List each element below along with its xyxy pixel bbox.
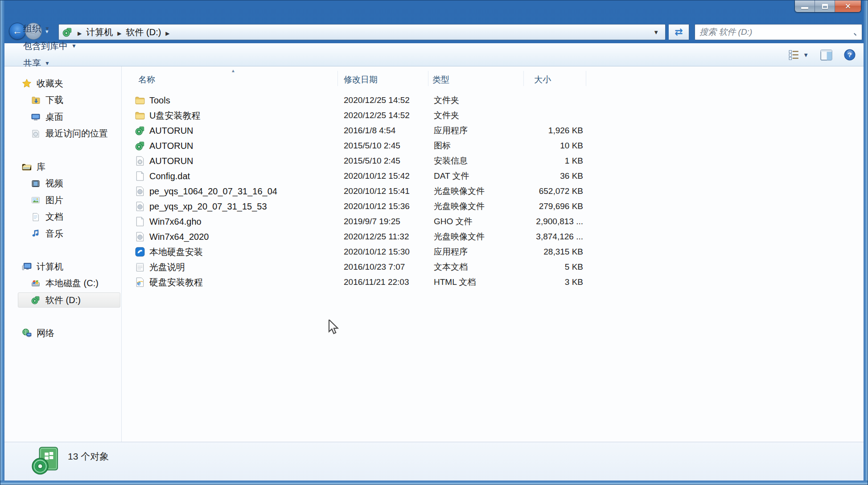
column-separator[interactable]	[428, 71, 428, 86]
sidebar-item-文档[interactable]: 文档	[30, 209, 63, 225]
file-row-本地硬盘安装[interactable]: 本地硬盘安装2020/10/12 15:30应用程序28,315 KB	[131, 244, 590, 259]
file-name: AUTORUN	[149, 126, 193, 136]
disc-green-icon	[30, 296, 41, 304]
help-icon[interactable]: ?	[844, 49, 856, 61]
sidebar-item-label: 下载	[45, 94, 63, 106]
sidebar-group-label: 计算机	[37, 261, 63, 273]
breadcrumb-item[interactable]: 软件 (D:)	[126, 27, 161, 37]
file-row-AUTORUN[interactable]: AUTORUN2015/5/10 2:45图标10 KB	[131, 138, 590, 153]
sidebar-group-计算机[interactable]: 计算机	[21, 259, 63, 275]
file-row-Tools[interactable]: Tools2020/12/25 14:52文件夹	[131, 93, 590, 108]
svg-text:?: ?	[847, 51, 852, 58]
file-name: AUTORUN	[149, 141, 193, 151]
sidebar-item-软件 (D:)[interactable]: 软件 (D:)	[30, 292, 81, 308]
file-type: 应用程序	[434, 125, 468, 136]
address-dropdown-icon[interactable]: ▼	[650, 29, 662, 36]
sidebar-item-视频[interactable]: 视频	[30, 176, 63, 192]
sidebar-item-图片[interactable]: 图片	[30, 192, 63, 208]
file-type: 文本文档	[434, 261, 468, 273]
sidebar-group-收藏夹[interactable]: 收藏夹	[21, 75, 63, 91]
sidebar-item-最近访问的位置[interactable]: 最近访问的位置	[30, 126, 108, 142]
file-type: 图标	[434, 140, 451, 152]
chevron-down-icon: ▼	[45, 25, 50, 32]
breadcrumb-separator-icon: ▶	[117, 30, 121, 37]
sidebar-item-label: 图片	[45, 194, 63, 206]
toolbar-button-组织[interactable]: 组织▼	[20, 20, 80, 37]
toolbar-button-包含到库中[interactable]: 包含到库中▼	[20, 37, 80, 55]
column-header-修改日期[interactable]: 修改日期	[344, 74, 378, 86]
file-name: pe_yqs_1064_20_07_31_16_04	[149, 186, 277, 197]
sidebar-group-label: 网络	[37, 327, 54, 339]
window-frame-left	[0, 0, 4, 485]
file-row-光盘说明[interactable]: 光盘说明2016/10/23 7:07文本文档5 KB	[131, 259, 590, 275]
file-row-硬盘安装教程[interactable]: e硬盘安装教程2016/11/21 22:03HTML 文档3 KB	[131, 275, 590, 290]
sidebar-item-桌面[interactable]: 桌面	[30, 109, 63, 125]
pictures-icon	[30, 196, 41, 205]
sidebar-item-label: 最近访问的位置	[45, 127, 108, 140]
file-disc-icon	[135, 186, 145, 196]
folder-icon	[135, 111, 145, 120]
sidebar-group-库[interactable]: 库	[21, 159, 45, 175]
minimize-button[interactable]	[795, 0, 815, 12]
sidebar-item-label: 文档	[45, 211, 63, 223]
refresh-button[interactable]: ⇄	[669, 24, 689, 40]
sidebar-group-网络[interactable]: 网络	[21, 325, 54, 341]
file-name: U盘安装教程	[149, 110, 200, 122]
file-row-pe_yqs_1064_20_07_31_16_04[interactable]: pe_yqs_1064_20_07_31_16_042020/10/12 15:…	[131, 184, 590, 199]
file-name: 硬盘安装教程	[149, 276, 203, 288]
maximize-button[interactable]	[815, 0, 835, 12]
disc-green-icon	[135, 141, 145, 151]
column-header-名称[interactable]: 名称	[138, 74, 155, 86]
views-dropdown-icon: ▼	[803, 52, 809, 58]
column-separator[interactable]	[586, 71, 586, 86]
file-date: 2020/12/25 14:52	[344, 95, 410, 105]
file-list-area[interactable]: ▲名称修改日期类型大小 Tools2020/12/25 14:52文件夹U盘安装…	[122, 66, 864, 443]
title-bar[interactable]: ✕	[0, 0, 868, 22]
sidebar-item-label: 视频	[45, 177, 63, 189]
file-row-Config.dat[interactable]: Config.dat2020/10/12 15:42DAT 文件36 KB	[131, 169, 590, 184]
sidebar-item-label: 桌面	[45, 111, 63, 123]
file-row-Win7x64_2020[interactable]: Win7x64_20202020/12/25 11:32光盘映像文件3,874,…	[131, 229, 590, 244]
file-row-Win7x64.gho[interactable]: Win7x64.gho2019/9/7 19:25GHO 文件2,900,813…	[131, 214, 590, 229]
preview-pane-icon[interactable]	[820, 49, 832, 61]
file-type: 安装信息	[434, 155, 468, 167]
file-date: 2020/12/25 11:32	[344, 232, 409, 242]
file-date: 2020/10/12 15:41	[344, 186, 410, 196]
column-separator[interactable]	[337, 71, 338, 86]
file-row-AUTORUN[interactable]: AUTORUN2016/1/8 4:54应用程序1,926 KB	[131, 123, 590, 138]
file-row-pe_yqs_xp_20_07_31_15_53[interactable]: pe_yqs_xp_20_07_31_15_532020/10/12 15:36…	[131, 199, 590, 214]
disc-green-icon	[135, 126, 145, 136]
column-header-大小[interactable]: 大小	[534, 74, 551, 86]
breadcrumb-item[interactable]: 计算机	[86, 27, 113, 37]
breadcrumb-separator-icon: ▶	[165, 30, 169, 37]
search-box[interactable]: 搜索 软件 (D:)	[695, 24, 862, 40]
close-button[interactable]: ✕	[835, 0, 861, 12]
file-name: Win7x64.gho	[149, 217, 202, 227]
file-date: 2016/11/21 22:03	[344, 277, 409, 287]
column-header-row: ▲名称修改日期类型大小	[122, 70, 864, 87]
file-row-AUTORUN[interactable]: AUTORUN2015/5/10 2:45安装信息1 KB	[131, 153, 590, 169]
file-disc-icon	[135, 201, 145, 211]
file-size: 1 KB	[483, 156, 583, 166]
recent-places-icon	[30, 129, 41, 138]
computer-icon	[21, 262, 32, 271]
sidebar-item-本地磁盘 (C:)[interactable]: 本地磁盘 (C:)	[30, 275, 99, 292]
address-bar[interactable]: ▶计算机▶软件 (D:)▶ ▼	[58, 24, 666, 40]
desktop-icon	[30, 112, 41, 121]
file-type: 应用程序	[434, 246, 468, 258]
file-size: 5 KB	[483, 262, 583, 272]
navigation-pane: 收藏夹 下载 桌面 最近访问的位置 库 视频 图片 文档 音乐 计算机 本地磁盘…	[4, 66, 121, 443]
navigation-bar: ← → ▾ ▶计算机▶软件 (D:)▶ ▼ ⇄ 搜索 软件 (D:)	[4, 22, 864, 43]
window-frame-right	[864, 0, 868, 485]
column-separator[interactable]	[523, 71, 524, 86]
sidebar-item-label: 音乐	[45, 228, 63, 240]
change-view-button[interactable]: ▼	[789, 49, 809, 60]
file-row-U盘安装教程[interactable]: U盘安装教程2020/12/25 14:52文件夹	[131, 108, 590, 123]
drive-install-icon	[30, 446, 61, 476]
sidebar-item-下载[interactable]: 下载	[30, 92, 63, 108]
file-size: 2,900,813 ...	[483, 217, 583, 226]
window-controls: ✕	[794, 0, 861, 12]
file-type: 文件夹	[434, 95, 459, 106]
sidebar-item-音乐[interactable]: 音乐	[30, 226, 63, 242]
column-header-类型[interactable]: 类型	[432, 74, 449, 86]
